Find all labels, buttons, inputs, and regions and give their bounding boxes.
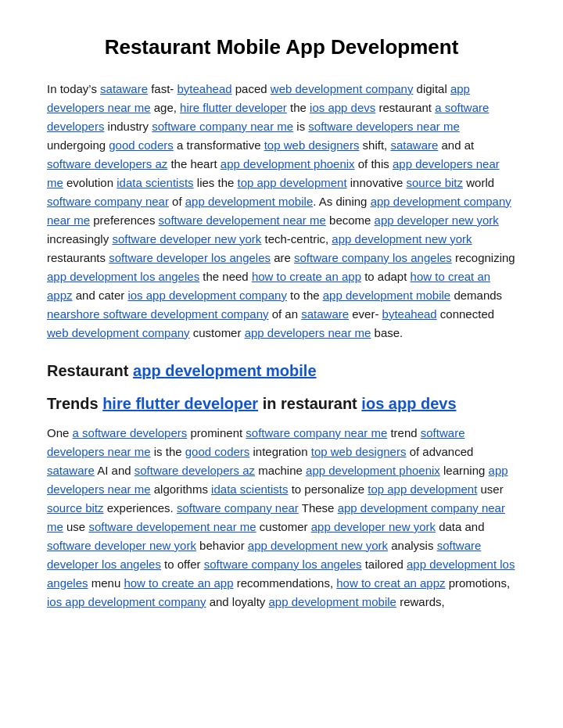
inline-link[interactable]: app development mobile [185,195,313,208]
inline-link[interactable]: web development company [47,326,190,339]
inline-link[interactable]: app development mobile [269,595,396,608]
inline-link[interactable]: sataware [100,82,148,95]
inline-link[interactable]: how to creat an appz [336,576,445,590]
paragraph-2: One a software developers prominent soft… [47,424,516,611]
inline-link[interactable]: software developers az [47,157,167,170]
heading-restaurant: Restaurant app development mobile [47,358,516,383]
inline-link[interactable]: ios app devs [310,101,375,114]
inline-link[interactable]: sataware [47,464,95,477]
inline-link[interactable]: software developer los angeles [109,251,271,264]
inline-link[interactable]: app development los angeles [47,270,199,283]
inline-link[interactable]: software developement near me [88,520,256,533]
inline-link[interactable]: software company los angeles [204,558,362,571]
inline-link[interactable]: software company near me [152,120,293,133]
inline-link[interactable]: software developement near me [159,213,326,227]
heading-trends-link1[interactable]: hire flutter developer [102,395,258,412]
inline-link[interactable]: sataware [301,307,349,321]
inline-link[interactable]: software developers near me [308,120,459,133]
inline-link[interactable]: idata scientists [211,482,288,496]
inline-link[interactable]: top web designers [264,138,360,152]
heading-trends: Trends hire flutter developer in restaur… [47,391,516,416]
inline-link[interactable]: ios app development company [127,289,286,302]
inline-link[interactable]: idata scientists [117,176,193,189]
inline-link[interactable]: top web designers [311,445,407,458]
inline-link[interactable]: top app development [238,176,347,189]
heading-trends-bold2: in restaurant [263,395,357,412]
inline-link[interactable]: software company near [177,501,299,515]
inline-link[interactable]: software company los angeles [294,251,452,264]
inline-link[interactable]: how to create an app [124,576,233,590]
inline-link[interactable]: nearshore software development company [47,307,269,321]
heading-restaurant-bold: Restaurant [47,362,128,379]
inline-link[interactable]: hire flutter developer [180,101,287,114]
inline-link[interactable]: top app development [368,482,477,496]
inline-link[interactable]: good coders [185,445,250,458]
page-title: Restaurant Mobile App Development [47,31,516,64]
inline-link[interactable]: app development phoenix [221,157,355,170]
inline-link[interactable]: app development new york [332,232,472,246]
inline-link[interactable]: a software developers [73,426,188,439]
inline-link[interactable]: app development new york [248,539,388,552]
inline-link[interactable]: software developer new york [47,539,196,552]
inline-link[interactable]: app developer new york [375,213,499,227]
inline-link[interactable]: source bitz [47,501,104,515]
inline-link[interactable]: web development company [271,82,414,95]
heading-restaurant-link[interactable]: app development mobile [133,362,316,379]
inline-link[interactable]: byteahead [382,307,437,321]
inline-link[interactable]: byteahead [178,82,232,95]
inline-link[interactable]: app developers near me [245,326,371,339]
inline-link[interactable]: app developer new york [311,520,436,533]
inline-link[interactable]: ios app development company [47,595,206,608]
paragraph-1: In today’s sataware fast- byteahead pace… [47,80,516,342]
inline-link[interactable]: software developers az [134,464,255,477]
inline-link[interactable]: app development phoenix [306,464,440,477]
heading-trends-bold: Trends [47,395,99,412]
inline-link[interactable]: sataware [390,138,438,152]
inline-link[interactable]: app development mobile [323,289,450,302]
inline-link[interactable]: how to create an app [252,270,361,283]
inline-link[interactable]: software company near me [246,426,387,439]
inline-link[interactable]: software developer new york [112,232,261,246]
inline-link[interactable]: source bitz [407,176,464,189]
inline-link[interactable]: software company near [47,195,169,208]
inline-link[interactable]: good coders [109,138,174,152]
heading-trends-link2[interactable]: ios app devs [361,395,456,412]
